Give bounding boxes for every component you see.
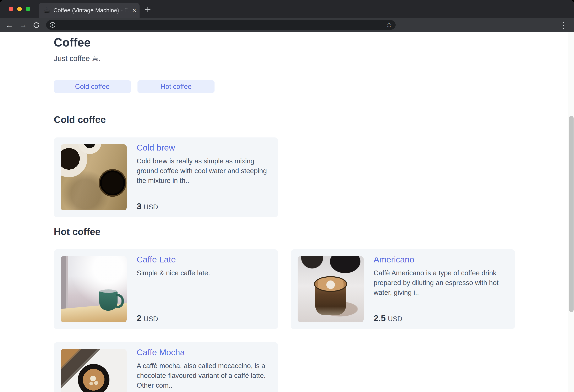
- price-currency: USD: [144, 315, 158, 323]
- category-filters: Cold coffee Hot coffee: [54, 80, 515, 93]
- close-window-button[interactable]: [9, 7, 13, 11]
- product-description: Caffè Americano is a type of coffee drin…: [374, 268, 508, 297]
- minimize-window-button[interactable]: [17, 7, 22, 11]
- mocha-cup-shape: [78, 364, 109, 392]
- product-title[interactable]: Cold brew: [137, 143, 175, 153]
- product-card-cold-brew[interactable]: Cold brew Cold brew is really as simple …: [54, 137, 278, 217]
- price-value: 2: [137, 313, 142, 323]
- new-tab-button[interactable]: +: [142, 4, 154, 15]
- price-value: 3: [137, 201, 142, 211]
- coffee-cup-favicon-icon: ☕: [43, 6, 50, 14]
- price-currency: USD: [144, 203, 158, 211]
- tab-strip: ☕ Coffee (Vintage Machine) - Eas × +: [0, 0, 574, 18]
- product-description: A caffè mocha, also called mocaccino, is…: [137, 361, 271, 390]
- product-title[interactable]: Caffe Late: [137, 255, 176, 265]
- vertical-scrollbar[interactable]: [568, 32, 574, 392]
- section-heading-cold-coffee: Cold coffee: [54, 114, 515, 125]
- price-value: 2.5: [374, 313, 386, 323]
- page-content: Coffee Just coffee ☕. Cold coffee Hot co…: [54, 32, 515, 392]
- product-price: 2.5USD: [374, 313, 402, 323]
- product-title[interactable]: Caffe Mocha: [137, 348, 185, 357]
- tab-title: Coffee (Vintage Machine) - Eas: [53, 7, 131, 14]
- section-heading-hot-coffee: Hot coffee: [54, 226, 515, 237]
- product-title[interactable]: Americano: [374, 255, 414, 265]
- zoom-window-button[interactable]: [26, 7, 30, 11]
- bookmark-star-icon[interactable]: ☆: [386, 21, 392, 29]
- back-icon[interactable]: ←: [5, 21, 13, 29]
- product-card-americano[interactable]: Americano Caffè Americano is a type of c…: [291, 249, 515, 329]
- glass-shape: [315, 280, 346, 315]
- hot-coffee-cards-row: Caffe Late Simple & nice caffe late. 2US…: [54, 249, 515, 329]
- product-card-caffe-late[interactable]: Caffe Late Simple & nice caffe late. 2US…: [54, 249, 278, 329]
- browser-menu-icon[interactable]: ⋮: [559, 20, 568, 30]
- caffe-mocha-photo: [61, 349, 127, 392]
- mug-shape: [99, 291, 118, 310]
- page-subtitle: Just coffee ☕.: [54, 54, 515, 63]
- scrollbar-thumb[interactable]: [569, 116, 574, 312]
- page-viewport: Coffee Just coffee ☕. Cold coffee Hot co…: [0, 32, 574, 392]
- traffic-lights: [9, 7, 30, 11]
- caffe-late-photo: [61, 256, 127, 322]
- product-description: Cold brew is really as simple as mixing …: [137, 156, 271, 186]
- product-card-caffe-mocha[interactable]: Caffe Mocha A caffè mocha, also called m…: [54, 342, 278, 392]
- browser-tab[interactable]: ☕ Coffee (Vintage Machine) - Eas ×: [39, 3, 140, 18]
- forward-icon[interactable]: →: [19, 21, 27, 29]
- tab-close-icon[interactable]: ×: [132, 7, 136, 14]
- cold-coffee-filter-button[interactable]: Cold coffee: [54, 80, 131, 93]
- browser-window: ☕ Coffee (Vintage Machine) - Eas × + ← →…: [0, 0, 574, 392]
- browser-toolbar: ← → i ☆ ⋮: [0, 18, 574, 32]
- cold-brew-photo: [61, 144, 127, 210]
- price-currency: USD: [388, 315, 402, 323]
- product-description: Simple & nice caffe late.: [137, 268, 271, 278]
- product-price: 2USD: [137, 313, 158, 323]
- hot-coffee-filter-button[interactable]: Hot coffee: [138, 80, 215, 93]
- site-info-icon[interactable]: i: [50, 22, 55, 28]
- page-title: Coffee: [54, 36, 515, 49]
- americano-photo: [298, 256, 364, 322]
- product-price: 3USD: [137, 201, 158, 211]
- address-bar[interactable]: i ☆: [46, 20, 396, 30]
- reload-icon[interactable]: [32, 21, 40, 30]
